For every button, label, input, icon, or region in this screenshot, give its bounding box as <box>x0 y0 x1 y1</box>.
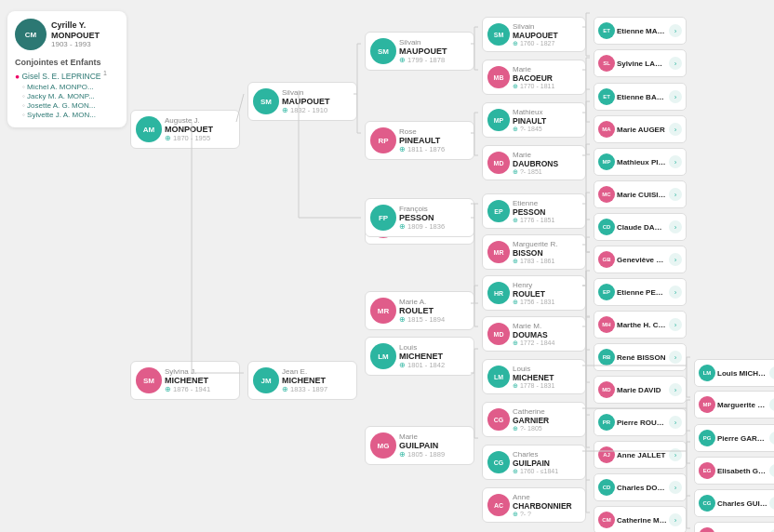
av-charles-guilp: CG <box>699 495 715 512</box>
av-catherine-min: CM <box>598 512 615 528</box>
sidebar-sub-item[interactable]: ◦ Michel A. MONPO... <box>22 83 119 91</box>
arrow-pierre-roulet[interactable]: › <box>669 416 682 429</box>
small-card-catherine-min[interactable]: CM Catherine MIN... › <box>594 506 687 532</box>
arrow-marie-auger[interactable]: › <box>669 123 682 136</box>
arrow-elisabeth-guig[interactable]: › <box>769 464 774 477</box>
person-card-md-daubrons[interactable]: MD Marie DAUBRONS ⊕ ?- 1851 <box>482 145 586 180</box>
name-marie-cuisinie: Marie CUISINIE... <box>617 191 667 199</box>
small-card-marguerite-pl[interactable]: MP Marguerite Pl... › <box>694 391 774 419</box>
person-card-am[interactable]: AM Auguste J. MONPOUET ⊕ 1870 - 1955 <box>130 110 240 149</box>
person-card-hr[interactable]: HR Henry ROULET ⊕ 1756 - 1831 <box>482 275 586 311</box>
person-card-lm-1778[interactable]: LM Louis MICHENET ⊕ 1778 - 1831 <box>482 359 586 394</box>
arrow-pierre-garnier[interactable]: › <box>769 432 774 445</box>
info-je-michenet: Jean E. MICHENET ⊕ 1833 - 1897 <box>282 367 352 393</box>
avatar-sm-1832: SM <box>253 88 279 114</box>
small-card-louis-michen-r[interactable]: LM Louis MICHEN... › <box>694 359 774 387</box>
avatar-mrb: MR <box>487 241 510 263</box>
person-card-sm-michenet[interactable]: SM Sylvina J. MICHENET ⊕ 1876 - 1941 <box>130 361 240 400</box>
small-card-etienne-maup[interactable]: ET Etienne MAUP... › <box>594 17 687 45</box>
name-mathieux-pin: Mathieux PIN... <box>617 158 667 166</box>
sidebar-person[interactable]: CM Cyrille Y.MONPOUET 1903 - 1993 <box>15 19 119 50</box>
sidebar-sub-item[interactable]: ◦ Josette A. G. MON... <box>22 101 119 110</box>
person-card-mmd[interactable]: MD Marie M. DOUMAS ⊕ 1772 - 1844 <box>482 316 586 352</box>
avatar-ep: EP <box>487 200 510 222</box>
person-card-cg-guilpain[interactable]: CG Charles GUILPAIN ⊕ 1760 - ≤1841 <box>482 445 586 480</box>
small-card-rene-bisson[interactable]: RB René BISSON › <box>594 343 687 371</box>
small-card-pierre-garnier[interactable]: PG Pierre GARNIER › <box>694 424 774 452</box>
info-mar: Marie A. ROULET ⊕ 1815 - 1894 <box>399 298 469 324</box>
person-card-sm-1760[interactable]: SM Silvain MAUPOUET ⊕ 1760 - 1827 <box>482 17 586 52</box>
small-card-genevieve-bo[interactable]: GB Geneviève BO... › <box>594 246 687 273</box>
arrow-marguerite-pl[interactable]: › <box>769 398 774 411</box>
info-mmd: Marie M. DOUMAS ⊕ 1772 - 1844 <box>513 322 580 347</box>
small-card-elisabeth-guig[interactable]: EG Elisabeth GUIG... › <box>694 457 774 485</box>
avatar-mb: MB <box>487 66 510 88</box>
av-mathieux-pin: MP <box>598 153 615 170</box>
arrow-marie-david[interactable]: › <box>669 383 682 396</box>
sidebar-sub-item[interactable]: ◦ Sylvette J. A. MON... <box>22 111 119 119</box>
sidebar-person-name: Cyrille Y.MONPOUET <box>51 20 119 41</box>
name-catherine-min: Catherine MIN... <box>617 516 667 525</box>
person-card-lm-1801[interactable]: LM Louis MICHENET ⊕ 1801 - 1842 <box>365 337 474 376</box>
small-card-etienne-basc[interactable]: ET Etienne BASC... › <box>594 83 687 111</box>
small-card-claude-daubr[interactable]: CD Claude DAUBR... › <box>594 213 687 241</box>
sidebar-sub-item[interactable]: ◦ Jacky M. A. MONP... <box>22 92 119 100</box>
avatar-mar: MR <box>370 298 396 324</box>
av-marie-cuisinie: MC <box>598 186 615 203</box>
person-card-fp-pesson[interactable]: FP François PESSON ⊕ 1809 - 1836 <box>365 198 474 237</box>
small-card-marthe-cel[interactable]: MH Marthe H. CEL... › <box>594 311 687 339</box>
info-ac: Anne CHARBONNIER ⊕ ?- ? <box>513 493 580 518</box>
arrow-sylvine-landre[interactable]: › <box>669 57 682 70</box>
avatar-hr: HR <box>487 282 510 304</box>
small-card-sylvine-landre[interactable]: SL Sylvine LANDRÉ › <box>594 49 687 77</box>
arrow-charles-guilp[interactable]: › <box>769 497 774 510</box>
arrow-marthe-cel[interactable]: › <box>669 318 682 331</box>
person-card-je-michenet[interactable]: JM Jean E. MICHENET ⊕ 1833 - 1897 <box>247 361 357 400</box>
arrow-etienne-basc[interactable]: › <box>669 90 682 103</box>
arrow-etienne-maup[interactable]: › <box>669 24 682 37</box>
sidebar: CM Cyrille Y.MONPOUET 1903 - 1993 Conjoi… <box>7 11 127 127</box>
arrow-rene-bisson[interactable]: › <box>669 351 682 364</box>
person-card-rp[interactable]: RP Rose PINEAULT ⊕ 1811 - 1876 <box>365 121 474 160</box>
sidebar-item[interactable]: ● Gisel S. E. LEPRINCE 1 <box>15 70 119 81</box>
av-marie-david: MD <box>598 381 615 398</box>
person-card-ep[interactable]: EP Etienne PESSON ⊕ 1776 - 1851 <box>482 193 586 229</box>
name-marie-auger: Marie AUGER <box>617 126 667 134</box>
small-card-jeanne-sabard[interactable]: JS Jeanne SABARD › <box>694 522 774 532</box>
arrow-louis-michen-r[interactable]: › <box>769 366 774 379</box>
arrow-claude-daubr[interactable]: › <box>669 220 682 233</box>
person-card-mb[interactable]: MB Marie BACOEUR ⊕ 1770 - 1811 <box>482 60 586 95</box>
avatar-mg: MG <box>370 432 396 459</box>
arrow-genevieve-bo[interactable]: › <box>669 253 682 266</box>
person-card-mg[interactable]: MG Marie GUILPAIN ⊕ 1805 - 1889 <box>365 426 474 465</box>
arrow-etienne-pesson[interactable]: › <box>669 286 682 299</box>
person-card-mrb[interactable]: MR Marguerite R. BISSON ⊕ 1783 - 1861 <box>482 234 586 270</box>
arrow-mathieux-pin[interactable]: › <box>669 155 682 168</box>
avatar-ac: AC <box>487 494 510 516</box>
person-card-cg-garnier[interactable]: CG Catherine GARNIER ⊕ ?- 1805 <box>482 402 586 437</box>
av-etienne-maup: ET <box>598 22 615 39</box>
person-card-ac[interactable]: AC Anne CHARBONNIER ⊕ ?- ? <box>482 487 586 523</box>
arrow-anne-jallet[interactable]: › <box>669 448 682 461</box>
av-etienne-pesson: EP <box>598 284 615 300</box>
arrow-marie-cuisinie[interactable]: › <box>669 188 682 201</box>
person-card-sm-1832[interactable]: SM Silvain MAUPOUET ⊕ 1832 - 1910 <box>247 82 357 121</box>
person-card-mar[interactable]: MR Marie A. ROULET ⊕ 1815 - 1894 <box>365 291 474 330</box>
small-card-charles-dou[interactable]: CD Charles DOU... › <box>594 473 687 501</box>
small-card-marie-david[interactable]: MD Marie DAVID › <box>594 376 687 404</box>
info-mp: Mathieux PINAULT ⊕ ?- 1845 <box>513 108 580 133</box>
small-card-marie-auger[interactable]: MA Marie AUGER › <box>594 115 687 143</box>
name-genevieve-bo: Geneviève BO... <box>617 256 667 264</box>
small-card-etienne-pesson[interactable]: EP Etienne PESSON › <box>594 278 687 306</box>
person-card-mp[interactable]: MP Mathieux PINAULT ⊕ ?- 1845 <box>482 102 586 138</box>
small-card-anne-jallet[interactable]: AJ Anne JALLET › <box>594 441 687 469</box>
small-card-marie-cuisinie[interactable]: MC Marie CUISINIE... › <box>594 180 687 208</box>
av-sylvine-landre: SL <box>598 55 615 72</box>
arrow-catherine-min[interactable]: › <box>669 513 682 526</box>
small-card-mathieux-pin[interactable]: MP Mathieux PIN... › <box>594 148 687 176</box>
small-card-charles-guilp[interactable]: CG Charles GUILP... › <box>694 489 774 517</box>
small-card-pierre-roulet[interactable]: PR Pierre ROULET › <box>594 408 687 436</box>
info-am: Auguste J. MONPOUET ⊕ 1870 - 1955 <box>165 116 234 142</box>
person-card-sm-1799[interactable]: SM Silvain MAUPOUET ⊕ 1799 - 1878 <box>365 32 474 71</box>
arrow-charles-dou[interactable]: › <box>669 481 682 494</box>
